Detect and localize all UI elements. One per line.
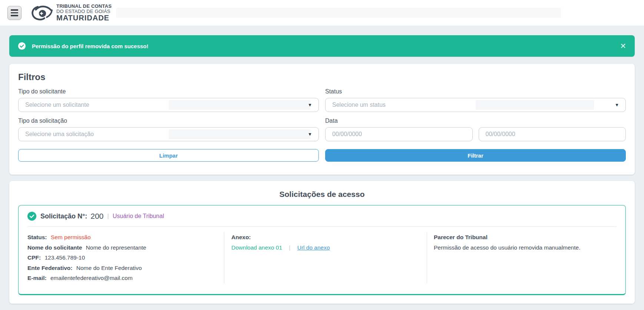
check-circle-icon bbox=[18, 42, 26, 50]
name-row: Nome do solicitante Nome do representant… bbox=[27, 243, 224, 253]
hamburger-icon bbox=[11, 9, 18, 11]
field-tipo-solicitacao: Tipo da solicitação Selecione uma solici… bbox=[18, 118, 319, 141]
request-number-label: Solicitação N°: bbox=[40, 212, 87, 220]
select-placeholder-block bbox=[476, 100, 594, 110]
chevron-down-icon: ▼ bbox=[615, 103, 619, 107]
status-label: Status bbox=[325, 88, 626, 95]
select-placeholder-block bbox=[169, 100, 311, 110]
header-placeholder-bar bbox=[116, 8, 561, 18]
chevron-down-icon: ▼ bbox=[308, 103, 312, 107]
name-row-value: Nome do representante bbox=[86, 244, 146, 251]
logo-line-1: TRIBUNAL DE CONTAS bbox=[56, 4, 112, 9]
check-circle-icon bbox=[27, 212, 36, 221]
field-tipo-solicitante: Tipo do solicitante Selecione um solicit… bbox=[18, 88, 319, 112]
anexo-label: Anexo: bbox=[231, 232, 427, 243]
cpf-row-label: CPF: bbox=[27, 254, 41, 261]
tipo-solicitacao-label: Tipo da solicitação bbox=[18, 118, 319, 124]
field-status: Status Selecione um status ▼ bbox=[325, 88, 626, 112]
anexo-links-row: Download anexo 01 | Url do anexo bbox=[231, 243, 427, 253]
download-anexo-link[interactable]: Download anexo 01 bbox=[231, 244, 282, 251]
tipo-solicitacao-select[interactable]: Selecione uma solicitação ▼ bbox=[18, 127, 319, 141]
logo-line-3: MATURIDADE bbox=[56, 14, 112, 22]
parecer-text: Permissão de acesso do usuário removida … bbox=[434, 243, 617, 253]
ente-row-label: Ente Federativo: bbox=[27, 265, 72, 271]
header-separator: | bbox=[107, 212, 109, 220]
tipo-solicitante-placeholder: Selecione um solicitante bbox=[25, 102, 89, 108]
date-start-input[interactable] bbox=[332, 131, 466, 138]
status-row-label: Status: bbox=[27, 234, 47, 240]
filters-buttons-row: Limpar Filtrar bbox=[18, 149, 626, 162]
request-number-value: 200 bbox=[90, 212, 103, 221]
filters-title: Filtros bbox=[18, 72, 626, 82]
cpf-row: CPF: 123.456.789-10 bbox=[27, 253, 224, 263]
name-row-label: Nome do solicitante bbox=[27, 244, 82, 251]
field-data: Data bbox=[325, 118, 626, 141]
logo-line-2: DO ESTADO DE GOIÁS bbox=[56, 9, 112, 14]
filter-button[interactable]: Filtrar bbox=[325, 149, 626, 162]
chevron-down-icon: ▼ bbox=[308, 132, 312, 136]
anexo-link-separator: | bbox=[289, 244, 290, 251]
date-end-wrapper bbox=[479, 127, 626, 141]
requests-section-title: Solicitações de acesso bbox=[18, 190, 626, 199]
status-placeholder: Selecione um status bbox=[332, 102, 386, 108]
clear-button[interactable]: Limpar bbox=[18, 149, 319, 162]
close-icon[interactable]: ✕ bbox=[620, 42, 626, 50]
requests-card: Solicitações de acesso Solicitação N°: 2… bbox=[9, 181, 635, 304]
status-row: Status: Sem permissão bbox=[27, 232, 224, 243]
request-parecer-column: Parecer do Tribunal Permissão de acesso … bbox=[427, 232, 617, 283]
date-start-wrapper bbox=[325, 127, 473, 141]
select-placeholder-block bbox=[169, 129, 311, 139]
tipo-solicitacao-placeholder: Selecione uma solicitação bbox=[25, 131, 94, 138]
date-range-row bbox=[325, 127, 626, 141]
app-header: TRIBUNAL DE CONTAS DO ESTADO DE GOIÁS MA… bbox=[0, 0, 644, 26]
email-row-label: E-mail: bbox=[27, 275, 47, 281]
ente-row: Ente Federativo: Nome do Ente Federativo bbox=[27, 263, 224, 273]
logo-text: TRIBUNAL DE CONTAS DO ESTADO DE GOIÁS MA… bbox=[56, 4, 112, 22]
eye-logo-icon bbox=[30, 4, 53, 22]
request-header: Solicitação N°: 200 | Usuário de Tribuna… bbox=[27, 205, 617, 226]
request-details-column: Status: Sem permissão Nome do solicitant… bbox=[27, 232, 224, 283]
cpf-row-value: 123.456.789-10 bbox=[44, 254, 85, 261]
main-content: Permissão do perfil removida com sucesso… bbox=[0, 35, 644, 304]
parecer-label: Parecer do Tribunal bbox=[434, 232, 617, 243]
app-logo: TRIBUNAL DE CONTAS DO ESTADO DE GOIÁS MA… bbox=[30, 4, 112, 22]
email-row-value: emailentefedereativo@mail.com bbox=[50, 275, 133, 281]
email-row: E-mail: emailentefedereativo@mail.com bbox=[27, 273, 224, 283]
filters-grid: Tipo do solicitante Selecione um solicit… bbox=[18, 88, 626, 147]
request-body: Status: Sem permissão Nome do solicitant… bbox=[27, 227, 617, 294]
tipo-solicitante-label: Tipo do solicitante bbox=[18, 88, 319, 95]
tipo-solicitante-select[interactable]: Selecione um solicitante ▼ bbox=[18, 98, 319, 112]
status-badge: Sem permissão bbox=[51, 234, 91, 240]
url-anexo-link[interactable]: Url do anexo bbox=[297, 244, 330, 251]
ente-row-value: Nome do Ente Federativo bbox=[76, 265, 142, 271]
status-select[interactable]: Selecione um status ▼ bbox=[325, 98, 626, 112]
success-alert: Permissão do perfil removida com sucesso… bbox=[9, 35, 635, 57]
alert-message: Permissão do perfil removida com sucesso… bbox=[32, 43, 148, 49]
filters-card: Filtros Tipo do solicitante Selecione um… bbox=[9, 64, 635, 175]
date-end-input[interactable] bbox=[486, 131, 619, 138]
request-profile-type: Usuário de Tribunal bbox=[113, 213, 164, 220]
request-anexo-column: Anexo: Download anexo 01 | Url do anexo bbox=[224, 232, 427, 283]
hamburger-menu-button[interactable] bbox=[7, 6, 22, 20]
data-label: Data bbox=[325, 118, 626, 124]
request-item-card: Solicitação N°: 200 | Usuário de Tribuna… bbox=[18, 205, 626, 295]
